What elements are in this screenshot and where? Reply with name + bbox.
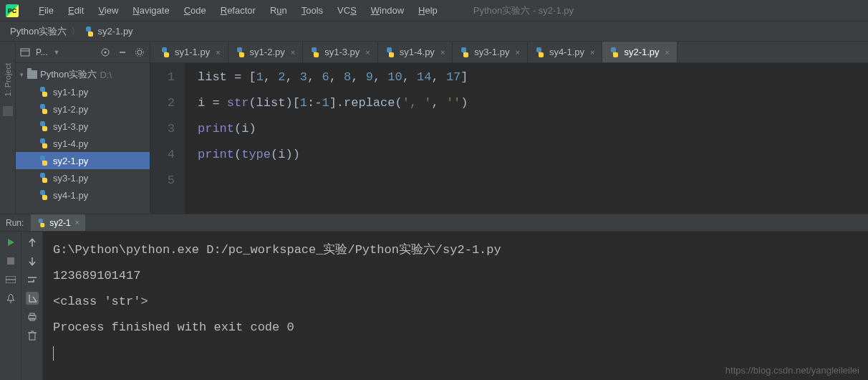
folder-icon — [27, 70, 37, 79]
svg-point-3 — [105, 51, 107, 53]
menu-tools[interactable]: Tools — [294, 5, 330, 16]
python-icon — [460, 47, 470, 57]
structure-tool-icon[interactable] — [3, 106, 13, 116]
console-output[interactable]: G:\Python\python.exe D:/pc_workspace_实验/… — [43, 232, 868, 380]
breadcrumb: Python实验六 〉 sy2-1.py — [0, 22, 868, 42]
menu-file[interactable]: File — [32, 5, 61, 16]
project-toolbar: P... ▼ — [16, 42, 150, 63]
svg-rect-14 — [29, 333, 35, 340]
run-label: Run: — [6, 218, 24, 228]
python-icon — [39, 87, 49, 97]
close-icon[interactable]: × — [291, 48, 295, 57]
menu-help[interactable]: Help — [411, 5, 445, 16]
close-icon[interactable]: × — [440, 48, 445, 57]
svg-rect-8 — [7, 257, 14, 265]
code-editor[interactable]: 1 2 3 4 5 list = [1, 2, 3, 6, 8, 9, 10, … — [150, 63, 868, 214]
scroll-to-end-icon[interactable] — [26, 292, 39, 305]
pin-icon[interactable] — [4, 292, 17, 305]
tab[interactable]: sy1-4.py× — [378, 42, 453, 62]
tree-file[interactable]: sy1-3.py — [16, 118, 150, 135]
tree-file[interactable]: sy3-1.py — [16, 169, 150, 186]
svg-point-5 — [138, 50, 142, 54]
close-icon[interactable]: × — [75, 219, 79, 227]
close-icon[interactable]: × — [515, 48, 519, 57]
run-toolbar-2 — [21, 232, 43, 380]
python-icon — [609, 47, 619, 57]
pycharm-icon: PC — [6, 4, 19, 17]
close-icon[interactable]: × — [216, 48, 220, 57]
python-icon — [39, 138, 49, 148]
soft-wrap-icon[interactable] — [26, 273, 39, 286]
down-icon[interactable] — [26, 255, 39, 267]
trash-icon[interactable] — [26, 329, 39, 342]
watermark: https://blog.csdn.net/yangleileilei — [725, 365, 859, 376]
menu-edit[interactable]: Edit — [61, 5, 91, 16]
python-icon — [39, 190, 49, 200]
breadcrumb-root[interactable]: Python实验六 — [10, 25, 67, 38]
python-icon — [39, 104, 49, 114]
chevron-down-icon[interactable]: ▾ — [20, 71, 27, 78]
python-icon — [85, 27, 95, 37]
main-area: 1: Project P... ▼ ▾ Python实验六 D:\ sy1-1.… — [0, 42, 868, 214]
code-content[interactable]: list = [1, 2, 3, 6, 8, 9, 10, 14, 17]i =… — [185, 63, 868, 214]
menu-navigate[interactable]: Navigate — [125, 5, 176, 16]
tab[interactable]: sy3-1.py× — [453, 42, 528, 62]
window-title: Python实验六 - sy2-1.py — [473, 4, 574, 17]
tab-active[interactable]: sy2-1.py× — [602, 42, 677, 62]
python-icon — [385, 47, 395, 57]
project-toolbar-label[interactable]: P... — [36, 47, 47, 57]
menu-code[interactable]: Code — [177, 5, 213, 16]
menu-vcs[interactable]: VCS — [330, 5, 364, 16]
left-stripe: 1: Project — [0, 42, 16, 214]
close-icon[interactable]: × — [590, 48, 594, 57]
tree-root[interactable]: ▾ Python实验六 D:\ — [16, 66, 150, 83]
project-tool-button[interactable]: 1: Project — [4, 63, 12, 96]
run-body: G:\Python\python.exe D:/pc_workspace_实验/… — [0, 232, 868, 380]
stop-icon[interactable] — [4, 255, 17, 267]
menu-run[interactable]: Run — [263, 5, 294, 16]
tab[interactable]: sy4-1.py× — [528, 42, 603, 62]
tree-file[interactable]: sy1-2.py — [16, 100, 150, 118]
menu-refactor[interactable]: Refactor — [213, 5, 263, 16]
python-icon — [39, 156, 49, 166]
cursor — [53, 346, 54, 361]
run-tab[interactable]: sy2-1 × — [31, 214, 85, 231]
project-view-icon[interactable] — [20, 47, 30, 57]
menu-window[interactable]: Window — [364, 5, 411, 16]
breadcrumb-sep: 〉 — [71, 25, 80, 38]
project-tree[interactable]: ▾ Python实验六 D:\ sy1-1.py sy1-2.py sy1-3.… — [16, 63, 150, 206]
python-icon — [160, 47, 170, 57]
python-icon — [37, 219, 46, 227]
gear-icon[interactable] — [134, 47, 145, 58]
close-icon[interactable]: × — [665, 48, 670, 57]
svg-point-6 — [136, 48, 144, 56]
tree-file[interactable]: sy1-4.py — [16, 135, 150, 152]
svg-rect-12 — [30, 313, 34, 315]
dropdown-icon[interactable]: ▼ — [53, 49, 59, 56]
tree-file[interactable]: sy1-1.py — [16, 83, 150, 100]
tree-file[interactable]: sy4-1.py — [16, 186, 150, 204]
breadcrumb-file[interactable]: sy2-1.py — [97, 26, 132, 37]
editor-area: sy1-1.py× sy1-2.py× sy1-3.py× sy1-4.py× … — [150, 42, 868, 214]
close-icon[interactable]: × — [365, 48, 370, 57]
python-icon — [39, 173, 49, 183]
tree-file-selected[interactable]: sy2-1.py — [16, 152, 150, 169]
collapse-icon[interactable] — [117, 47, 128, 58]
python-icon — [310, 47, 320, 57]
tab[interactable]: sy1-1.py× — [153, 42, 228, 62]
tab[interactable]: sy1-2.py× — [228, 42, 304, 62]
print-icon[interactable] — [26, 310, 39, 323]
python-icon — [535, 47, 545, 57]
svg-marker-7 — [8, 239, 14, 246]
up-icon[interactable] — [26, 236, 39, 249]
run-header: Run: sy2-1 × — [0, 214, 868, 232]
python-icon — [39, 121, 49, 131]
tree-root-path: D:\ — [100, 70, 112, 80]
rerun-icon[interactable] — [4, 236, 17, 249]
tab[interactable]: sy1-3.py× — [303, 42, 378, 62]
layout-icon[interactable] — [4, 273, 17, 286]
python-icon — [236, 47, 246, 57]
gutter: 1 2 3 4 5 — [150, 63, 185, 214]
menu-view[interactable]: View — [91, 5, 125, 16]
locate-icon[interactable] — [100, 47, 111, 58]
